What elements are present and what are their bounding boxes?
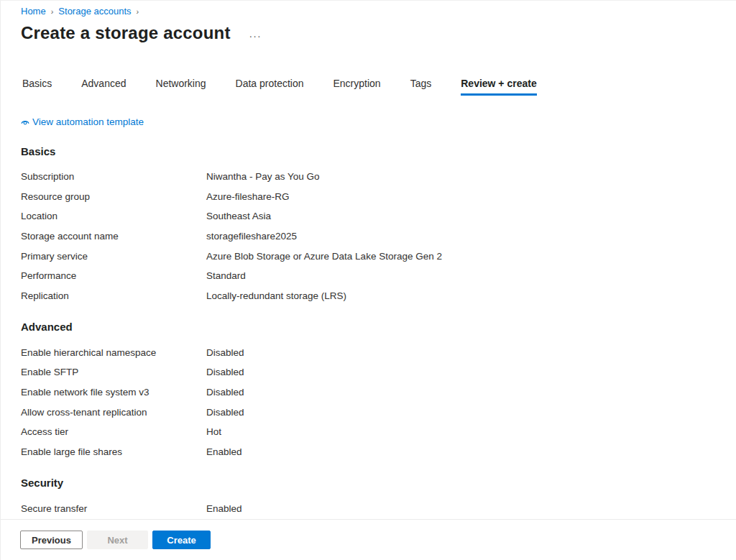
tab-review-create[interactable]: Review + create <box>461 78 536 96</box>
row-value: Standard <box>206 270 246 281</box>
review-row: Enable large file shares Enabled <box>21 442 736 462</box>
review-row: Enable SFTP Disabled <box>21 362 736 382</box>
view-automation-template-link[interactable]: View automation template <box>20 116 144 127</box>
row-label: Storage account name <box>21 231 206 242</box>
row-label: Primary service <box>21 251 206 262</box>
review-row: Enable hierarchical namespace Disabled <box>21 342 736 362</box>
review-row: Performance Standard <box>21 266 736 286</box>
row-value: Enabled <box>206 446 242 457</box>
review-row: Enable network file system v3 Disabled <box>21 382 736 403</box>
tab-advanced[interactable]: Advanced <box>81 78 126 96</box>
review-row: Location Southeast Asia <box>21 206 736 226</box>
breadcrumb-separator-icon: › <box>51 7 54 16</box>
review-row: Secure transfer Enabled <box>21 498 736 518</box>
review-row: Subscription Niwantha - Pay as You Go <box>21 167 736 187</box>
row-label: Access tier <box>21 426 206 437</box>
breadcrumb-link[interactable]: Storage accounts <box>58 6 131 17</box>
review-row: Resource group Azure-fileshare-RG <box>21 186 736 206</box>
row-value: Disabled <box>206 367 244 377</box>
section-heading-security: Security <box>21 477 736 490</box>
more-options-button[interactable]: ··· <box>249 27 262 40</box>
row-value: Disabled <box>206 407 244 418</box>
advanced-rows: Enable hierarchical namespace Disabled E… <box>21 342 736 462</box>
row-label: Allow cross-tenant replication <box>21 407 206 418</box>
row-label: Replication <box>21 290 206 301</box>
section-heading-basics: Basics <box>21 145 736 158</box>
row-value: Azure-fileshare-RG <box>206 191 290 202</box>
row-value: Hot <box>206 426 221 437</box>
basics-rows: Subscription Niwantha - Pay as You Go Re… <box>21 167 736 306</box>
review-row: Allow cross-tenant replication Disabled <box>21 402 736 422</box>
row-label: Enable network file system v3 <box>21 387 206 398</box>
row-value: Disabled <box>206 347 244 358</box>
tab-data-protection[interactable]: Data protection <box>236 78 304 96</box>
create-button[interactable]: Create <box>152 531 211 549</box>
row-label: Location <box>21 211 206 221</box>
page-title: Create a storage account <box>21 23 231 43</box>
previous-button[interactable]: Previous <box>20 531 83 549</box>
row-label: Performance <box>21 270 206 281</box>
tab-basics[interactable]: Basics <box>22 78 52 96</box>
row-label: Subscription <box>21 171 206 182</box>
section-heading-advanced: Advanced <box>21 321 736 334</box>
tab-tags[interactable]: Tags <box>410 78 432 96</box>
tab-bar: Basics Advanced Networking Data protecti… <box>22 78 736 96</box>
row-value: Niwantha - Pay as You Go <box>206 171 320 182</box>
review-row: Storage account name storagefileshare202… <box>21 226 736 247</box>
row-label: Enable large file shares <box>21 446 206 457</box>
tab-networking[interactable]: Networking <box>156 78 206 96</box>
breadcrumb: Home › Storage accounts › <box>1 1 736 17</box>
row-label: Enable hierarchical namespace <box>21 347 206 358</box>
row-value: Southeast Asia <box>206 211 271 221</box>
review-row: Access tier Hot <box>21 422 736 442</box>
next-button: Next <box>87 531 148 549</box>
row-label: Enable SFTP <box>21 367 206 377</box>
review-row: Primary service Azure Blob Storage or Az… <box>21 246 736 266</box>
breadcrumb-link[interactable]: Home <box>21 6 46 17</box>
review-row: Replication Locally-redundant storage (L… <box>21 286 736 306</box>
row-value: Azure Blob Storage or Azure Data Lake St… <box>206 251 442 262</box>
row-value: Enabled <box>206 503 242 514</box>
row-label: Resource group <box>21 191 206 202</box>
tab-encryption[interactable]: Encryption <box>334 78 381 96</box>
view-template-label: View automation template <box>32 116 144 127</box>
row-value: Locally-redundant storage (LRS) <box>206 290 346 301</box>
footer-bar: Previous Next Create <box>1 519 736 560</box>
row-value: storagefileshare2025 <box>206 231 297 242</box>
security-rows: Secure transfer Enabled <box>21 498 736 518</box>
row-value: Disabled <box>206 387 244 398</box>
breadcrumb-separator-icon: › <box>137 7 139 16</box>
row-label: Secure transfer <box>21 503 206 514</box>
view-template-icon <box>20 117 30 127</box>
